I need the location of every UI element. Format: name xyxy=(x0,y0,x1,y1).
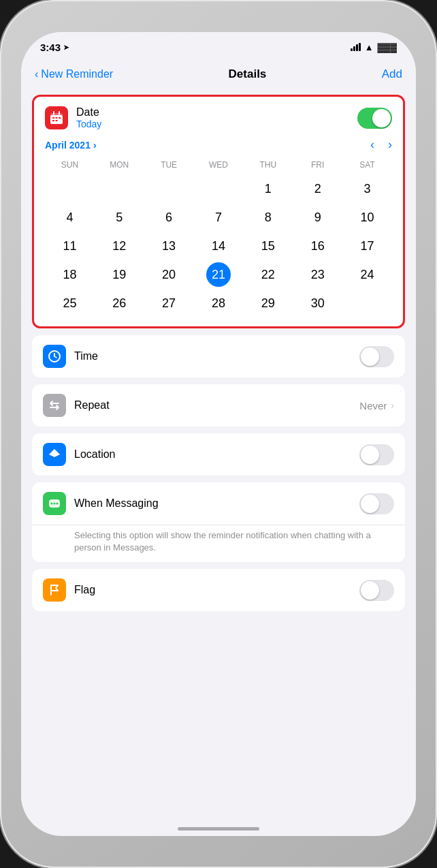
calendar-header: SUN MON TUE WED THU FRI SAT xyxy=(45,157,392,172)
time-label: Time xyxy=(74,350,98,362)
date-toggle[interactable] xyxy=(357,108,392,129)
status-time: 3:43 ➤ xyxy=(40,42,69,53)
messaging-label: When Messaging xyxy=(74,497,159,510)
cal-day-14[interactable]: 14 xyxy=(206,234,231,258)
calendar-body: 1234567891011121314151617181920212223242… xyxy=(45,175,392,317)
day-wed: WED xyxy=(194,157,244,172)
status-bar: 3:43 ➤ ▲ ▓▓▓ xyxy=(21,32,416,62)
cal-empty xyxy=(57,176,82,201)
repeat-row[interactable]: Repeat Never › xyxy=(32,384,405,427)
location-icon xyxy=(43,443,66,466)
date-icon xyxy=(45,106,68,129)
cal-day-22[interactable]: 22 xyxy=(256,262,280,287)
svg-rect-1 xyxy=(50,115,63,124)
svg-point-13 xyxy=(51,503,53,505)
cal-day-29[interactable]: 29 xyxy=(256,291,280,315)
cal-day-24[interactable]: 24 xyxy=(355,262,380,287)
flag-row: Flag xyxy=(32,569,405,611)
cal-day-15[interactable]: 15 xyxy=(256,234,280,258)
cal-day-9[interactable]: 9 xyxy=(306,205,330,230)
cal-day-8[interactable]: 8 xyxy=(256,205,280,230)
cal-day-7[interactable]: 7 xyxy=(206,205,231,230)
cal-day-13[interactable]: 13 xyxy=(157,234,181,258)
svg-point-15 xyxy=(56,503,59,505)
flag-section: Flag xyxy=(32,569,405,611)
repeat-icon xyxy=(43,394,66,417)
time-icon xyxy=(43,345,66,368)
location-indicator: ➤ xyxy=(63,44,69,51)
cal-day-3[interactable]: 3 xyxy=(355,176,380,201)
location-toggle[interactable] xyxy=(359,444,394,465)
cal-day-25[interactable]: 25 xyxy=(57,291,82,315)
wifi-icon: ▲ xyxy=(365,42,374,52)
home-indicator xyxy=(178,827,259,831)
messaging-icon xyxy=(43,492,66,515)
next-month-button[interactable]: › xyxy=(388,138,392,152)
prev-month-button[interactable]: ‹ xyxy=(370,138,374,152)
messaging-section: When Messaging Selecting this option wil… xyxy=(32,482,405,562)
cal-day-21[interactable]: 21 xyxy=(206,262,231,287)
cal-day-5[interactable]: 5 xyxy=(107,205,131,230)
month-label: April 2021 › xyxy=(45,140,97,151)
day-sat: SAT xyxy=(342,157,392,172)
cal-day-12[interactable]: 12 xyxy=(107,234,131,258)
date-sublabel: Today xyxy=(76,119,101,129)
status-icons: ▲ ▓▓▓ xyxy=(351,42,397,52)
flag-icon xyxy=(43,578,66,602)
cal-day-20[interactable]: 20 xyxy=(157,262,181,287)
cal-day-6[interactable]: 6 xyxy=(157,205,181,230)
time-display: 3:43 xyxy=(40,42,61,53)
day-tue: TUE xyxy=(144,157,194,172)
add-button[interactable]: Add xyxy=(382,67,402,81)
svg-point-14 xyxy=(54,503,56,505)
cal-empty xyxy=(206,176,231,201)
cal-day-18[interactable]: 18 xyxy=(57,262,82,287)
chevron-left-icon: ‹ xyxy=(35,68,38,80)
location-label: Location xyxy=(74,448,116,461)
repeat-section: Repeat Never › xyxy=(32,384,405,427)
day-fri: FRI xyxy=(293,157,342,172)
cal-day-23[interactable]: 23 xyxy=(306,262,330,287)
cal-day-19[interactable]: 19 xyxy=(107,262,131,287)
cal-day-28[interactable]: 28 xyxy=(206,291,231,315)
cal-day-30[interactable]: 30 xyxy=(306,291,330,315)
cal-day-11[interactable]: 11 xyxy=(57,234,82,258)
phone-screen: 3:43 ➤ ▲ ▓▓▓ ‹ New Reminder Details xyxy=(21,32,416,836)
cal-day-17[interactable]: 17 xyxy=(355,234,380,258)
cal-day-26[interactable]: 26 xyxy=(107,291,131,315)
cal-day-4[interactable]: 4 xyxy=(57,205,82,230)
flag-label: Flag xyxy=(74,584,95,596)
repeat-value: Never xyxy=(359,400,387,412)
date-label: Date xyxy=(76,106,101,119)
messaging-row: When Messaging xyxy=(32,482,405,525)
cal-day-1[interactable]: 1 xyxy=(256,176,280,201)
cal-empty xyxy=(157,176,181,201)
time-section: Time xyxy=(32,335,405,377)
flag-toggle[interactable] xyxy=(359,580,394,601)
back-button[interactable]: ‹ New Reminder xyxy=(35,68,113,80)
page-title: Details xyxy=(229,67,267,81)
day-thu: THU xyxy=(243,157,293,172)
content-area: Date Today April 2021 › xyxy=(21,88,416,826)
svg-line-11 xyxy=(54,356,56,358)
cal-day-2[interactable]: 2 xyxy=(306,176,330,201)
battery-icon: ▓▓▓ xyxy=(378,42,397,52)
day-mon: MON xyxy=(95,157,144,172)
cal-empty xyxy=(107,176,131,201)
back-label: New Reminder xyxy=(41,68,113,80)
cal-day-10[interactable]: 10 xyxy=(355,205,380,230)
svg-rect-6 xyxy=(56,120,58,121)
svg-rect-2 xyxy=(52,117,54,119)
cal-day-27[interactable]: 27 xyxy=(157,291,181,315)
time-toggle[interactable] xyxy=(359,346,394,367)
messaging-note: Selecting this option will show the remi… xyxy=(32,525,405,562)
nav-bar: ‹ New Reminder Details Add xyxy=(21,62,416,88)
messaging-toggle[interactable] xyxy=(359,493,394,514)
svg-rect-3 xyxy=(56,117,58,119)
cal-day-16[interactable]: 16 xyxy=(306,234,330,258)
time-row: Time xyxy=(32,335,405,377)
phone-frame: 3:43 ➤ ▲ ▓▓▓ ‹ New Reminder Details xyxy=(0,0,437,868)
date-card: Date Today April 2021 › xyxy=(32,95,405,328)
calendar: April 2021 › ‹ › SUN MON TUE WED THU xyxy=(45,138,392,317)
signal-icon xyxy=(351,43,361,51)
